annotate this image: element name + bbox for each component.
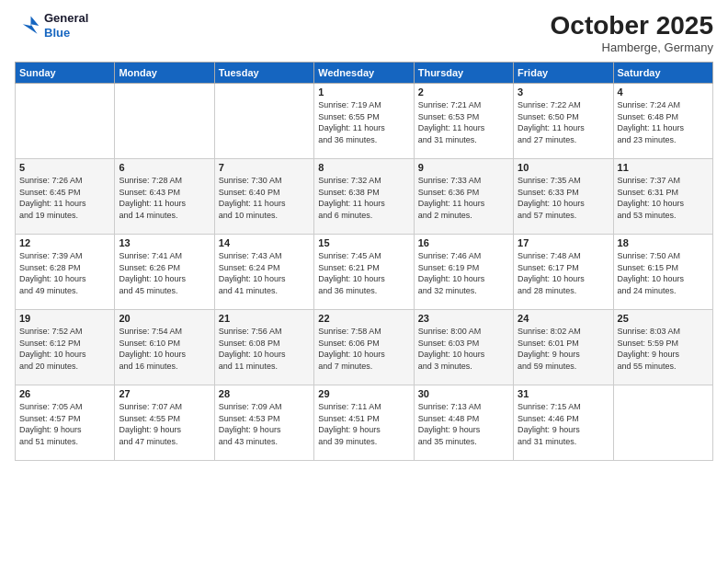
- calendar-week-row: 19Sunrise: 7:52 AM Sunset: 6:12 PM Dayli…: [16, 310, 713, 385]
- day-info: Sunrise: 7:11 AM Sunset: 4:51 PM Dayligh…: [318, 401, 409, 447]
- table-row: 29Sunrise: 7:11 AM Sunset: 4:51 PM Dayli…: [314, 385, 414, 461]
- day-info: Sunrise: 7:19 AM Sunset: 6:55 PM Dayligh…: [318, 99, 409, 145]
- day-info: Sunrise: 7:54 AM Sunset: 6:10 PM Dayligh…: [119, 326, 210, 372]
- day-number: 25: [618, 313, 709, 324]
- day-info: Sunrise: 7:43 AM Sunset: 6:24 PM Dayligh…: [219, 250, 310, 296]
- col-saturday: Saturday: [613, 63, 712, 84]
- day-number: 8: [318, 162, 409, 173]
- table-row: 8Sunrise: 7:32 AM Sunset: 6:38 PM Daylig…: [314, 159, 414, 235]
- table-row: 17Sunrise: 7:48 AM Sunset: 6:17 PM Dayli…: [514, 235, 613, 310]
- day-info: Sunrise: 7:52 AM Sunset: 6:12 PM Dayligh…: [19, 326, 110, 372]
- day-number: 24: [518, 313, 609, 324]
- day-number: 1: [318, 86, 409, 98]
- col-wednesday: Wednesday: [314, 63, 414, 84]
- table-row: 15Sunrise: 7:45 AM Sunset: 6:21 PM Dayli…: [314, 235, 414, 310]
- day-number: 30: [418, 388, 509, 399]
- day-info: Sunrise: 7:30 AM Sunset: 6:40 PM Dayligh…: [219, 175, 310, 221]
- day-number: 7: [219, 162, 310, 173]
- day-info: Sunrise: 7:50 AM Sunset: 6:15 PM Dayligh…: [618, 250, 709, 296]
- day-info: Sunrise: 7:48 AM Sunset: 6:17 PM Dayligh…: [518, 250, 609, 296]
- location: Hamberge, Germany: [551, 40, 713, 54]
- day-info: Sunrise: 7:45 AM Sunset: 6:21 PM Dayligh…: [318, 250, 409, 296]
- table-row: 9Sunrise: 7:33 AM Sunset: 6:36 PM Daylig…: [414, 159, 513, 235]
- day-number: 31: [518, 388, 609, 399]
- day-number: 13: [119, 237, 210, 248]
- calendar-header-row: Sunday Monday Tuesday Wednesday Thursday…: [16, 63, 713, 84]
- table-row: 22Sunrise: 7:58 AM Sunset: 6:06 PM Dayli…: [314, 310, 414, 385]
- table-row: 16Sunrise: 7:46 AM Sunset: 6:19 PM Dayli…: [414, 235, 513, 310]
- day-info: Sunrise: 7:28 AM Sunset: 6:43 PM Dayligh…: [119, 175, 210, 221]
- calendar-week-row: 5Sunrise: 7:26 AM Sunset: 6:45 PM Daylig…: [16, 159, 713, 235]
- day-number: 23: [418, 313, 509, 324]
- day-number: 26: [19, 388, 110, 399]
- table-row: 24Sunrise: 8:02 AM Sunset: 6:01 PM Dayli…: [514, 310, 613, 385]
- day-number: 22: [318, 313, 409, 324]
- day-number: 17: [518, 237, 609, 248]
- day-info: Sunrise: 7:37 AM Sunset: 6:31 PM Dayligh…: [618, 175, 709, 221]
- day-number: 15: [318, 237, 409, 248]
- day-info: Sunrise: 7:22 AM Sunset: 6:50 PM Dayligh…: [518, 99, 609, 145]
- day-number: 28: [219, 388, 310, 399]
- logo: General Blue: [15, 11, 88, 40]
- day-info: Sunrise: 7:07 AM Sunset: 4:55 PM Dayligh…: [119, 401, 210, 447]
- day-number: 2: [418, 86, 509, 98]
- page: General Blue October 2025 Hamberge, Germ…: [0, 0, 728, 563]
- day-info: Sunrise: 7:21 AM Sunset: 6:53 PM Dayligh…: [418, 99, 509, 145]
- day-number: 16: [418, 237, 509, 248]
- day-info: Sunrise: 7:32 AM Sunset: 6:38 PM Dayligh…: [318, 175, 409, 221]
- day-info: Sunrise: 8:00 AM Sunset: 6:03 PM Dayligh…: [418, 326, 509, 372]
- table-row: [115, 84, 214, 159]
- table-row: 5Sunrise: 7:26 AM Sunset: 6:45 PM Daylig…: [16, 159, 115, 235]
- table-row: 19Sunrise: 7:52 AM Sunset: 6:12 PM Dayli…: [16, 310, 115, 385]
- calendar-week-row: 1Sunrise: 7:19 AM Sunset: 6:55 PM Daylig…: [16, 84, 713, 159]
- day-number: 11: [618, 162, 709, 173]
- logo-text: General Blue: [44, 11, 88, 40]
- table-row: 12Sunrise: 7:39 AM Sunset: 6:28 PM Dayli…: [16, 235, 115, 310]
- table-row: 1Sunrise: 7:19 AM Sunset: 6:55 PM Daylig…: [314, 84, 414, 159]
- table-row: 18Sunrise: 7:50 AM Sunset: 6:15 PM Dayli…: [613, 235, 712, 310]
- table-row: 20Sunrise: 7:54 AM Sunset: 6:10 PM Dayli…: [115, 310, 214, 385]
- day-info: Sunrise: 8:02 AM Sunset: 6:01 PM Dayligh…: [518, 326, 609, 372]
- day-number: 29: [318, 388, 409, 399]
- day-info: Sunrise: 7:13 AM Sunset: 4:48 PM Dayligh…: [418, 401, 509, 447]
- day-number: 10: [518, 162, 609, 173]
- calendar-week-row: 12Sunrise: 7:39 AM Sunset: 6:28 PM Dayli…: [16, 235, 713, 310]
- day-number: 9: [418, 162, 509, 173]
- table-row: 4Sunrise: 7:24 AM Sunset: 6:48 PM Daylig…: [613, 84, 712, 159]
- day-info: Sunrise: 7:46 AM Sunset: 6:19 PM Dayligh…: [418, 250, 509, 296]
- table-row: 14Sunrise: 7:43 AM Sunset: 6:24 PM Dayli…: [214, 235, 313, 310]
- table-row: 11Sunrise: 7:37 AM Sunset: 6:31 PM Dayli…: [613, 159, 712, 235]
- col-friday: Friday: [514, 63, 613, 84]
- col-tuesday: Tuesday: [214, 63, 313, 84]
- table-row: 31Sunrise: 7:15 AM Sunset: 4:46 PM Dayli…: [514, 385, 613, 461]
- logo-icon: [15, 13, 40, 39]
- col-sunday: Sunday: [16, 63, 115, 84]
- day-info: Sunrise: 7:15 AM Sunset: 4:46 PM Dayligh…: [518, 401, 609, 447]
- day-info: Sunrise: 7:33 AM Sunset: 6:36 PM Dayligh…: [418, 175, 509, 221]
- table-row: 30Sunrise: 7:13 AM Sunset: 4:48 PM Dayli…: [414, 385, 513, 461]
- table-row: 23Sunrise: 8:00 AM Sunset: 6:03 PM Dayli…: [414, 310, 513, 385]
- day-info: Sunrise: 7:39 AM Sunset: 6:28 PM Dayligh…: [19, 250, 110, 296]
- svg-marker-0: [23, 16, 40, 33]
- day-info: Sunrise: 7:58 AM Sunset: 6:06 PM Dayligh…: [318, 326, 409, 372]
- table-row: 6Sunrise: 7:28 AM Sunset: 6:43 PM Daylig…: [115, 159, 214, 235]
- day-number: 4: [618, 86, 709, 98]
- day-number: 6: [119, 162, 210, 173]
- day-info: Sunrise: 7:05 AM Sunset: 4:57 PM Dayligh…: [19, 401, 110, 447]
- day-number: 20: [119, 313, 210, 324]
- day-number: 19: [19, 313, 110, 324]
- table-row: 27Sunrise: 7:07 AM Sunset: 4:55 PM Dayli…: [115, 385, 214, 461]
- day-info: Sunrise: 7:24 AM Sunset: 6:48 PM Dayligh…: [618, 99, 709, 145]
- day-info: Sunrise: 7:35 AM Sunset: 6:33 PM Dayligh…: [518, 175, 609, 221]
- calendar-week-row: 26Sunrise: 7:05 AM Sunset: 4:57 PM Dayli…: [16, 385, 713, 461]
- col-monday: Monday: [115, 63, 214, 84]
- day-info: Sunrise: 8:03 AM Sunset: 5:59 PM Dayligh…: [618, 326, 709, 372]
- day-number: 27: [119, 388, 210, 399]
- title-section: October 2025 Hamberge, Germany: [551, 11, 713, 54]
- day-info: Sunrise: 7:26 AM Sunset: 6:45 PM Dayligh…: [19, 175, 110, 221]
- day-number: 18: [618, 237, 709, 248]
- day-number: 21: [219, 313, 310, 324]
- calendar: Sunday Monday Tuesday Wednesday Thursday…: [15, 62, 713, 461]
- day-info: Sunrise: 7:56 AM Sunset: 6:08 PM Dayligh…: [219, 326, 310, 372]
- day-number: 3: [518, 86, 609, 98]
